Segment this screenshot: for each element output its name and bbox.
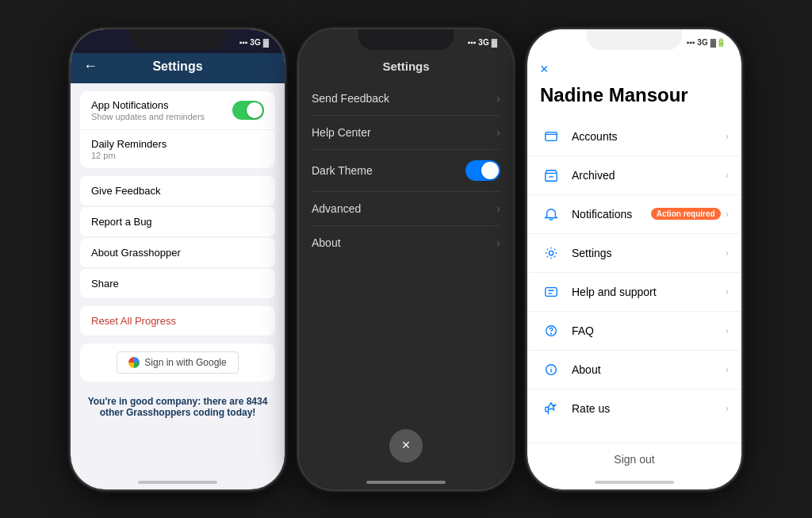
- rate-us-icon: [540, 397, 562, 420]
- profile-close-button[interactable]: ×: [527, 53, 741, 81]
- dark-settings-list: Send Feedback › Help Center › Dark Theme…: [299, 82, 513, 259]
- network-1: 3G: [250, 38, 260, 47]
- google-signin-section: Sign in with Google: [80, 343, 275, 382]
- home-bar-1: [138, 481, 217, 484]
- notifications-icon: [540, 203, 562, 225]
- help-center-label: Help Center: [312, 126, 371, 139]
- menu-item-faq[interactable]: FAQ ›: [527, 312, 741, 351]
- status-icons-2: ▪▪▪ 3G ▓: [468, 38, 497, 47]
- battery-1: ▓: [263, 38, 269, 47]
- about-row[interactable]: About ›: [312, 226, 500, 259]
- app-notifications-sub: Show updates and reminders: [91, 112, 205, 121]
- app-notifications-toggle[interactable]: [232, 101, 264, 120]
- notch-3: [587, 29, 682, 50]
- accounts-icon: [540, 125, 562, 148]
- signal-icon-2: ▪▪▪: [468, 38, 477, 47]
- send-feedback-chevron: ›: [496, 92, 500, 105]
- settings-title-1: Settings: [152, 59, 202, 74]
- settings-title-2: Settings: [382, 59, 429, 73]
- about-chevron: ›: [496, 236, 500, 249]
- google-signin-label: Sign in with Google: [144, 357, 226, 368]
- send-feedback-label: Send Feedback: [312, 92, 389, 105]
- action-required-badge: Action required: [651, 208, 721, 220]
- phone3-content: × Nadine Mansour Accounts ›: [527, 53, 741, 439]
- signal-icon-3: ▪▪▪: [687, 38, 695, 47]
- dark-theme-label: Dark Theme: [312, 164, 373, 177]
- menu-item-help[interactable]: Help and support ›: [527, 273, 741, 312]
- phone-2-screen: 5:38 ▪▪▪ 3G ▓ Settings Send Feedback ›: [299, 29, 513, 489]
- notifications-chevron: ›: [726, 208, 729, 220]
- archived-label: Archived: [572, 169, 726, 182]
- help-center-chevron: ›: [496, 126, 500, 139]
- phone1-content: App Notifications Show updates and remin…: [71, 83, 285, 475]
- daily-reminders-label: Daily Reminders: [91, 138, 167, 150]
- app-notifications-row[interactable]: App Notifications Show updates and remin…: [80, 91, 275, 130]
- notifications-section: App Notifications Show updates and remin…: [80, 91, 275, 168]
- close-button-2[interactable]: ×: [389, 429, 423, 462]
- menu-item-notifications[interactable]: Notifications Action required ›: [527, 195, 741, 234]
- reset-progress-link[interactable]: Reset All Progress: [80, 306, 275, 336]
- archived-chevron: ›: [726, 169, 729, 181]
- notch-1: [130, 29, 225, 50]
- companion-text: You're in good company: there are 8434 o…: [71, 389, 285, 424]
- give-feedback-link[interactable]: Give Feedback: [80, 176, 275, 205]
- advanced-label: Advanced: [312, 202, 361, 215]
- settings-label: Settings: [572, 247, 726, 259]
- about-chevron: ›: [726, 363, 729, 375]
- app-notifications-label: App Notifications: [91, 99, 205, 111]
- battery-3: ▓🔋: [710, 38, 726, 47]
- menu-item-settings[interactable]: Settings ›: [527, 234, 741, 273]
- menu-item-archived[interactable]: Archived ›: [527, 156, 741, 195]
- back-button[interactable]: ←: [83, 58, 98, 75]
- home-bar-2: [366, 481, 446, 484]
- svg-rect-0: [546, 132, 557, 140]
- help-icon: [540, 281, 562, 303]
- home-bar-3: [595, 481, 674, 484]
- phone-1-screen: ▪▪▪ 3G ▓ ← Settings App Notifications: [71, 29, 285, 489]
- settings-chevron: ›: [726, 247, 729, 259]
- home-indicator-1: [71, 475, 285, 489]
- notifications-label: Notifications: [572, 208, 651, 221]
- status-icons-3: ▪▪▪ 3G ▓🔋: [687, 38, 726, 47]
- menu-item-accounts[interactable]: Accounts ›: [527, 117, 741, 156]
- daily-reminders-sub: 12 pm: [91, 151, 167, 160]
- phone-3: 5:42 ▪▪▪ 3G ▓🔋 × Nadine Mansour: [527, 29, 741, 489]
- advanced-chevron: ›: [496, 202, 500, 215]
- about-label: About: [312, 236, 341, 249]
- help-center-row[interactable]: Help Center ›: [312, 116, 500, 150]
- faq-chevron: ›: [726, 324, 729, 336]
- help-chevron: ›: [726, 286, 729, 297]
- notch-2: [358, 29, 454, 50]
- network-2: 3G: [478, 38, 488, 47]
- phone-1: ▪▪▪ 3G ▓ ← Settings App Notifications: [71, 29, 285, 489]
- dark-theme-row[interactable]: Dark Theme: [312, 150, 500, 192]
- dark-theme-toggle[interactable]: [465, 160, 500, 181]
- rate-us-chevron: ›: [726, 402, 729, 414]
- about-icon: [540, 359, 562, 381]
- google-signin-button[interactable]: Sign in with Google: [117, 351, 238, 374]
- phone1-header: ← Settings: [71, 53, 285, 83]
- share-link[interactable]: Share: [80, 269, 275, 298]
- menu-item-rate-us[interactable]: Rate us ›: [527, 389, 741, 428]
- status-icons-1: ▪▪▪ 3G ▓: [239, 38, 269, 47]
- phone2-header: Settings: [299, 53, 513, 82]
- about-grasshopper-link[interactable]: About Grasshopper: [80, 238, 275, 267]
- about-label: About: [572, 363, 726, 376]
- home-indicator-3: [527, 475, 741, 489]
- phone-2: 5:38 ▪▪▪ 3G ▓ Settings Send Feedback ›: [299, 29, 513, 489]
- rate-us-label: Rate us: [572, 402, 726, 415]
- advanced-row[interactable]: Advanced ›: [312, 192, 500, 226]
- daily-reminders-row[interactable]: Daily Reminders 12 pm: [80, 130, 275, 168]
- report-bug-link[interactable]: Report a Bug: [80, 207, 275, 236]
- svg-point-2: [549, 251, 553, 255]
- svg-rect-3: [546, 287, 557, 296]
- sign-out-button[interactable]: Sign out: [527, 443, 741, 475]
- signal-icon-1: ▪▪▪: [239, 38, 248, 47]
- svg-point-5: [551, 333, 552, 334]
- menu-item-about[interactable]: About ›: [527, 351, 741, 389]
- settings-icon: [540, 242, 562, 264]
- battery-2: ▓: [492, 38, 497, 47]
- send-feedback-row[interactable]: Send Feedback ›: [312, 82, 500, 116]
- accounts-label: Accounts: [572, 130, 726, 143]
- google-icon: [128, 357, 140, 368]
